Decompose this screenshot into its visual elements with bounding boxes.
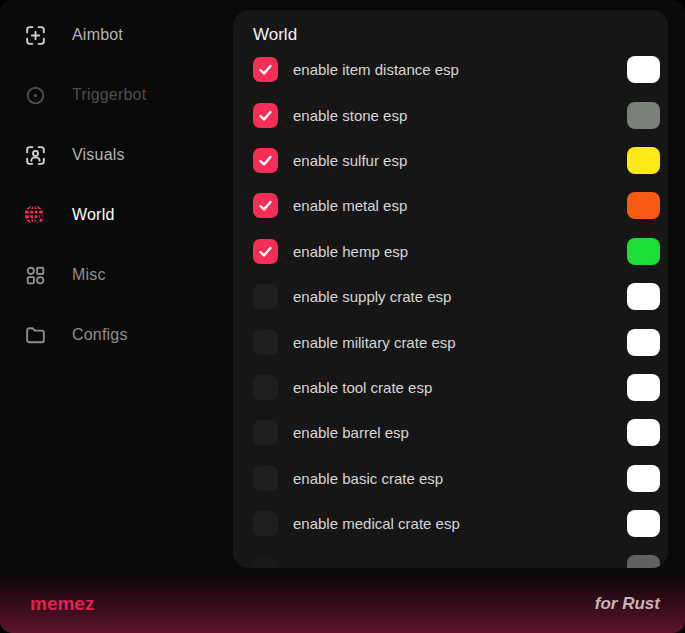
checkbox[interactable] (253, 556, 278, 568)
sidebar-item-label: Misc (72, 266, 106, 284)
settings-row: enable metal esp (233, 183, 668, 228)
checkbox[interactable] (253, 239, 278, 264)
check-icon (257, 107, 274, 124)
shapes-grid-icon (22, 262, 48, 288)
globe-star-icon (22, 202, 48, 228)
color-swatch[interactable] (627, 419, 660, 446)
brand-tagline: for Rust (595, 594, 660, 614)
check-icon (257, 152, 274, 169)
checkbox[interactable] (253, 511, 278, 536)
sidebar-item-aimbot[interactable]: Aimbot (0, 5, 233, 65)
settings-row: enable barrel esp (233, 410, 668, 455)
check-icon (257, 61, 274, 78)
checkbox[interactable] (253, 330, 278, 355)
row-label: enable sulfur esp (293, 152, 407, 169)
sidebar-item-triggerbot[interactable]: Triggerbot (0, 65, 233, 125)
footer-bar: memez for Rust (0, 575, 685, 633)
color-swatch[interactable] (627, 102, 660, 129)
settings-row: enable stone esp (233, 92, 668, 137)
checkbox[interactable] (253, 193, 278, 218)
color-swatch[interactable] (627, 510, 660, 537)
settings-list: enable item distance esp enable stone es… (233, 47, 668, 546)
cheat-menu-window: Aimbot Triggerbot (0, 0, 685, 633)
color-swatch[interactable] (627, 56, 660, 83)
sidebar-item-label: World (72, 206, 115, 224)
color-swatch[interactable] (627, 555, 660, 568)
brand-name: memez (30, 593, 94, 615)
sidebar-item-label: Triggerbot (72, 86, 146, 104)
color-swatch[interactable] (627, 192, 660, 219)
check-icon (257, 243, 274, 260)
row-label: enable hemp esp (293, 243, 408, 260)
row-label: enable tool crate esp (293, 379, 432, 396)
settings-row: enable medical crate esp (233, 501, 668, 546)
checkbox[interactable] (253, 148, 278, 173)
panel-title: World (253, 22, 668, 47)
color-swatch[interactable] (627, 465, 660, 492)
crosshair-icon (22, 22, 48, 48)
sidebar-item-configs[interactable]: Configs (0, 305, 233, 365)
checkbox[interactable] (253, 420, 278, 445)
sidebar-item-label: Aimbot (72, 26, 123, 44)
color-swatch[interactable] (627, 374, 660, 401)
checkbox[interactable] (253, 57, 278, 82)
settings-row: enable tool crate esp (233, 365, 668, 410)
settings-row: enable sulfur esp (233, 138, 668, 183)
color-swatch[interactable] (627, 283, 660, 310)
row-label: enable military crate esp (293, 334, 456, 351)
sidebar-item-label: Configs (72, 326, 128, 344)
sidebar-item-visuals[interactable]: Visuals (0, 125, 233, 185)
settings-row: enable supply crate esp (233, 274, 668, 319)
checkbox[interactable] (253, 103, 278, 128)
row-label: enable stone esp (293, 107, 407, 124)
row-label: enable metal esp (293, 197, 407, 214)
color-swatch[interactable] (627, 329, 660, 356)
world-settings-panel: World enable item distance esp enable st… (233, 10, 668, 568)
checkbox[interactable] (253, 284, 278, 309)
settings-row-partial (233, 546, 668, 568)
person-scan-icon (22, 142, 48, 168)
sidebar: Aimbot Triggerbot (0, 5, 233, 365)
row-label: enable medical crate esp (293, 515, 460, 532)
sidebar-item-misc[interactable]: Misc (0, 245, 233, 305)
settings-row: enable hemp esp (233, 229, 668, 274)
target-dot-icon (22, 82, 48, 108)
row-label: enable supply crate esp (293, 288, 451, 305)
row-label: enable item distance esp (293, 61, 459, 78)
row-label: enable barrel esp (293, 424, 409, 441)
checkbox[interactable] (253, 375, 278, 400)
settings-row: enable military crate esp (233, 319, 668, 364)
settings-row: enable basic crate esp (233, 456, 668, 501)
sidebar-item-label: Visuals (72, 146, 125, 164)
sidebar-item-world[interactable]: World (0, 185, 233, 245)
check-icon (257, 197, 274, 214)
folder-icon (22, 322, 48, 348)
color-swatch[interactable] (627, 147, 660, 174)
settings-row: enable item distance esp (233, 47, 668, 92)
checkbox[interactable] (253, 466, 278, 491)
color-swatch[interactable] (627, 238, 660, 265)
row-label: enable basic crate esp (293, 470, 443, 487)
